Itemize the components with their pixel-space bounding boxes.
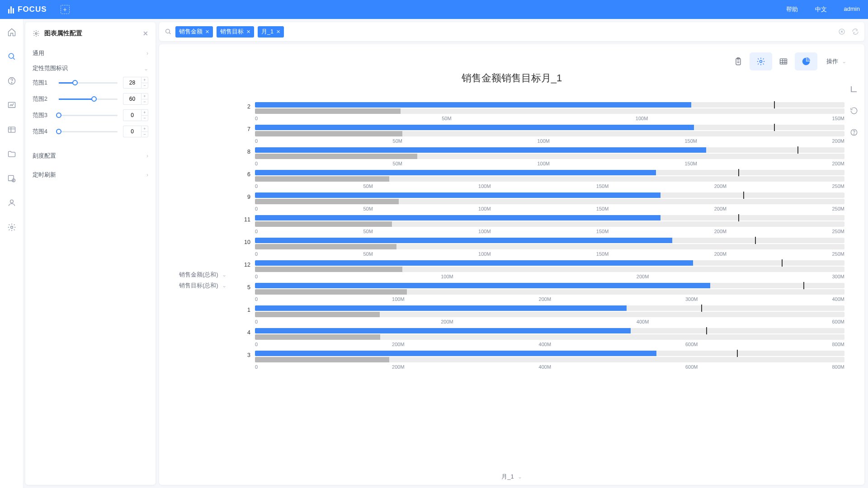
bullet-category: 8 [238,147,250,166]
bullet-target-track[interactable] [255,131,844,136]
range-slider[interactable] [59,115,118,116]
bullet-bars: 0100M200M300M400M [255,283,844,302]
bullet-target-track[interactable] [255,357,844,362]
dashboard-icon[interactable] [7,100,17,110]
home-icon[interactable] [7,27,17,37]
bullet-target-track[interactable] [255,267,844,272]
app-logo[interactable]: FOCUS [8,5,47,14]
bullet-actual-track[interactable] [255,328,844,333]
gear-data-icon[interactable] [7,174,17,183]
config-head: 图表属性配置 ✕ [25,22,156,44]
bullet-target-track[interactable] [255,176,844,182]
topbar: FOCUS + 帮助 中文 admin [0,0,868,19]
tag-close-icon[interactable]: ✕ [205,29,209,35]
add-tab-button[interactable]: + [61,5,70,14]
range-spin: +− [123,126,148,137]
bullet-category: 2 [238,102,250,121]
bullet-target-track[interactable] [255,289,844,295]
range-input[interactable] [123,93,141,105]
bullet-actual-track[interactable] [255,305,844,311]
axis-icon[interactable] [850,85,858,93]
svg-point-17 [854,134,854,134]
section-refresh[interactable]: 定时刷新 › [25,165,156,184]
bullet-bars: 050M100M150M200M250M [255,192,844,211]
bullet-actual-track[interactable] [255,283,844,288]
bullet-target-track[interactable] [255,154,844,159]
tag-close-icon[interactable]: ✕ [276,29,280,35]
tag-close-icon[interactable]: ✕ [246,29,250,35]
bullet-target-track[interactable] [255,199,844,204]
spin-up[interactable]: + [141,109,148,115]
spin-up[interactable]: + [141,126,148,131]
table-icon[interactable] [7,125,17,135]
left-iconrail [0,19,24,488]
search-tag[interactable]: 月_1✕ [258,26,284,38]
clipboard-icon[interactable] [727,52,750,70]
searchbar: 销售金额✕销售目标✕月_1✕ [159,22,864,41]
bullet-category: 7 [238,125,250,144]
spin-down[interactable]: − [141,115,148,121]
config-gear-icon [33,30,40,37]
bullet-actual-track[interactable] [255,215,844,221]
section-general[interactable]: 通用 › [25,44,156,63]
question-icon[interactable] [7,76,17,86]
table-view-icon[interactable] [772,52,795,70]
bullet-axis: 050M100M150M200M [255,138,844,144]
bullet-actual-track[interactable] [255,351,844,356]
bullet-actual-track[interactable] [255,147,844,153]
range-slider[interactable] [59,82,118,84]
range-label: 范围1 [33,79,53,87]
spin-down[interactable]: − [141,99,148,105]
section-scale[interactable]: 刻度配置 › [25,146,156,165]
clear-search-icon[interactable] [838,28,845,35]
user-icon[interactable] [7,198,17,208]
range-input[interactable] [123,126,141,137]
spin-down[interactable]: − [141,83,148,89]
chart-view-icon[interactable] [795,52,817,70]
chart-settings-icon[interactable] [750,52,772,70]
bullet-actual-track[interactable] [255,238,844,243]
range-input[interactable] [123,109,141,121]
bullet-target-track[interactable] [255,108,844,114]
legend-actual[interactable]: 销售金额(总和)⌄ [179,271,238,279]
section-ranges-head[interactable]: 定性范围标识 ⌄ [33,65,148,72]
search-icon[interactable] [7,52,17,61]
legend-target[interactable]: 销售目标(总和)⌄ [179,282,238,290]
search-tag[interactable]: 销售目标✕ [217,26,254,38]
help-link[interactable]: 帮助 [786,5,798,14]
lang-switch[interactable]: 中文 [815,5,827,14]
close-icon[interactable]: ✕ [143,30,148,37]
bullet-target-track[interactable] [255,221,844,227]
action-menu[interactable]: 操作 ⌄ [826,57,846,66]
chart-footer[interactable]: 月_1 ⌄ [159,469,864,485]
bullet-actual-track[interactable] [255,125,844,130]
config-sections: 通用 › 定性范围标识 ⌄ 范围1+−范围2+−范围3+−范围4+− 刻度配置 … [25,44,156,485]
refresh-icon[interactable] [852,28,859,35]
range-slider[interactable] [59,131,118,132]
bullet-actual-track[interactable] [255,260,844,266]
spin-up[interactable]: + [141,93,148,99]
gear-icon[interactable] [7,222,17,232]
tag-label: 销售金额 [179,28,203,36]
bullet-target-track[interactable] [255,244,844,249]
bullet-actual-track[interactable] [255,102,844,108]
bullet-row: 8050M100M150M200M [238,147,844,166]
user-name[interactable]: admin [844,5,860,14]
help-icon[interactable] [850,128,858,136]
bullet-row: 10200M400M600M [238,305,844,324]
spin-up[interactable]: + [141,77,148,83]
spin-down[interactable]: − [141,131,148,137]
svg-rect-4 [8,127,15,132]
range-slider[interactable] [59,99,118,100]
bullet-target-track[interactable] [255,334,844,340]
reload-icon[interactable] [850,107,858,115]
range-spin: +− [123,93,148,105]
folder-icon[interactable] [7,149,17,159]
svg-point-14 [760,61,762,63]
bullet-actual-track[interactable] [255,192,844,198]
bullet-target-track[interactable] [255,312,844,317]
search-tag[interactable]: 销售金额✕ [175,26,213,38]
bullet-actual-track[interactable] [255,170,844,175]
search-icon[interactable] [165,28,172,35]
range-input[interactable] [123,77,141,89]
